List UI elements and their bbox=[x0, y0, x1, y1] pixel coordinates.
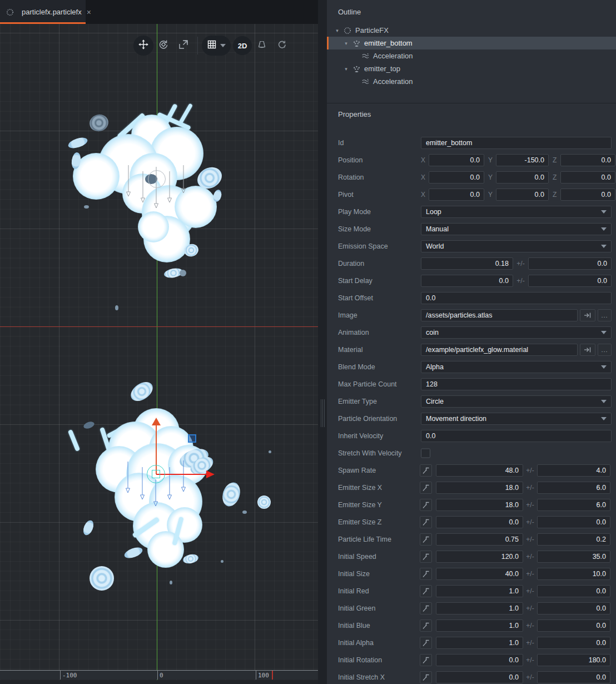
vec3-field-y[interactable]: -150.0 bbox=[496, 154, 549, 166]
vec3-field-z[interactable]: 0.0 bbox=[560, 154, 615, 166]
spread-field[interactable]: 0.0 bbox=[537, 637, 610, 649]
spread-field[interactable]: 0.0 bbox=[537, 585, 610, 597]
spread-field[interactable]: 0.0 bbox=[537, 619, 610, 632]
tab-close-icon[interactable]: × bbox=[87, 8, 91, 17]
text-field[interactable]: 128 bbox=[421, 378, 612, 390]
scale-tool-button[interactable] bbox=[173, 36, 193, 56]
spread-field[interactable]: 0.2 bbox=[537, 533, 610, 546]
value-field[interactable]: 1.0 bbox=[436, 619, 523, 632]
spread-field[interactable]: 0.0 bbox=[528, 257, 612, 270]
refresh-button[interactable] bbox=[272, 36, 292, 56]
spread-field[interactable]: 180.0 bbox=[537, 654, 610, 666]
resource-field[interactable]: /example/particlefx_glow.material bbox=[421, 344, 578, 356]
gizmo-y-arrow-icon[interactable] bbox=[152, 418, 161, 425]
value-field[interactable]: 48.0 bbox=[436, 464, 523, 477]
dropdown-field[interactable]: Alpha bbox=[421, 361, 612, 373]
vec3-field-x[interactable]: 0.0 bbox=[429, 154, 484, 166]
curve-editor-button[interactable] bbox=[420, 551, 432, 563]
spread-field[interactable]: 0.0 bbox=[537, 516, 610, 528]
particlefx-icon bbox=[6, 8, 14, 16]
value-field[interactable]: 0.0 bbox=[436, 671, 523, 683]
spread-field[interactable]: 6.0 bbox=[537, 482, 610, 494]
tab-particlefx[interactable]: particlefx.particlefx × bbox=[0, 0, 86, 24]
spread-field[interactable]: 0.0 bbox=[537, 602, 610, 614]
spread-field[interactable]: 0.0 bbox=[528, 275, 612, 287]
prop-label: Rotation bbox=[338, 174, 364, 181]
outline-node-acceleration[interactable]: ▾Acceleration bbox=[327, 75, 616, 88]
dropdown-field[interactable]: coin bbox=[421, 326, 612, 339]
checkbox[interactable] bbox=[421, 448, 430, 458]
curve-editor-button[interactable] bbox=[420, 464, 432, 477]
curve-editor-button[interactable] bbox=[420, 619, 432, 632]
plus-minus-label: +/- bbox=[523, 570, 537, 578]
value-field[interactable]: 18.0 bbox=[436, 499, 523, 511]
prop-label: Start Offset bbox=[338, 294, 373, 302]
vec3-field-x[interactable]: 0.0 bbox=[429, 189, 484, 201]
value-field[interactable]: 0.0 bbox=[421, 275, 513, 287]
outline-node-acceleration[interactable]: ▾Acceleration bbox=[327, 49, 616, 62]
curve-editor-button[interactable] bbox=[420, 602, 432, 614]
curve-editor-button[interactable] bbox=[420, 654, 432, 666]
curve-editor-button[interactable] bbox=[420, 499, 432, 511]
emitter-bottom-gizmo-square[interactable] bbox=[152, 470, 160, 478]
dropdown-field[interactable]: World bbox=[421, 240, 612, 252]
browse-resource-button[interactable]: ... bbox=[598, 344, 612, 356]
splitter-handle[interactable] bbox=[320, 399, 325, 427]
dropdown-field[interactable]: Manual bbox=[421, 223, 612, 235]
resource-field[interactable]: /assets/particles.atlas bbox=[421, 309, 578, 321]
curve-editor-button[interactable] bbox=[420, 671, 432, 683]
spread-field[interactable]: 35.0 bbox=[537, 551, 610, 563]
value-field[interactable]: 0.0 bbox=[436, 654, 523, 666]
browse-resource-button[interactable]: ... bbox=[598, 309, 612, 321]
dropdown-field[interactable]: Loop bbox=[421, 206, 612, 218]
vec3-field-y[interactable]: 0.0 bbox=[496, 189, 549, 201]
vec3-field-z[interactable]: 0.0 bbox=[560, 171, 615, 184]
value-field[interactable]: 0.0 bbox=[436, 516, 523, 528]
text-field[interactable]: 0.0 bbox=[421, 430, 612, 442]
value-field[interactable]: 1.0 bbox=[436, 602, 523, 614]
expander-icon[interactable]: ▾ bbox=[342, 41, 350, 46]
value-field[interactable]: 1.0 bbox=[436, 585, 523, 597]
expander-icon[interactable]: ▾ bbox=[342, 66, 350, 72]
spread-field[interactable]: 0.0 bbox=[537, 671, 610, 683]
open-resource-button[interactable] bbox=[580, 309, 595, 321]
value-field[interactable]: 40.0 bbox=[436, 568, 523, 580]
move-icon bbox=[138, 39, 149, 52]
spread-field[interactable]: 6.0 bbox=[537, 499, 610, 511]
vec3-field-y[interactable]: 0.0 bbox=[496, 171, 549, 184]
gizmo-x-arrow-icon[interactable] bbox=[206, 470, 215, 478]
dropdown-field[interactable]: Circle bbox=[421, 395, 612, 408]
spread-field[interactable]: 10.0 bbox=[537, 568, 610, 580]
curve-editor-button[interactable] bbox=[420, 482, 432, 494]
value-field[interactable]: 0.75 bbox=[436, 533, 523, 546]
selection-square[interactable] bbox=[188, 434, 196, 443]
curve-editor-button[interactable] bbox=[420, 516, 432, 528]
open-resource-button[interactable] bbox=[580, 344, 595, 356]
rotate-tool-button[interactable] bbox=[153, 36, 173, 56]
move-tool-button[interactable] bbox=[133, 36, 153, 56]
dropdown-value: Movement direction bbox=[426, 415, 486, 423]
spread-field[interactable]: 4.0 bbox=[537, 464, 610, 477]
scene-viewport[interactable]: 2D -1000100 bbox=[0, 24, 318, 684]
value-field[interactable]: 120.0 bbox=[436, 551, 523, 563]
curve-editor-button[interactable] bbox=[420, 533, 432, 546]
outline-node-particlefx[interactable]: ▾ParticleFX bbox=[327, 24, 616, 37]
dropdown-field[interactable]: Movement direction bbox=[421, 413, 612, 425]
value-field[interactable]: 18.0 bbox=[436, 482, 523, 494]
curve-editor-button[interactable] bbox=[420, 585, 432, 597]
mode-2d-button[interactable]: 2D bbox=[233, 36, 252, 55]
value-field[interactable]: 0.18 bbox=[421, 257, 513, 270]
text-field[interactable]: 0.0 bbox=[421, 292, 612, 304]
grid-settings-button[interactable] bbox=[202, 36, 231, 56]
value-field[interactable]: 1.0 bbox=[436, 637, 523, 649]
perspective-button[interactable] bbox=[252, 36, 272, 56]
outline-node-emitter-bottom[interactable]: ▾emitter_bottom bbox=[327, 37, 616, 49]
curve-editor-button[interactable] bbox=[420, 568, 432, 580]
curve-editor-button[interactable] bbox=[420, 637, 432, 649]
prop-control: Alpha bbox=[421, 361, 612, 373]
text-field[interactable]: emitter_bottom bbox=[421, 137, 612, 149]
vec3-field-x[interactable]: 0.0 bbox=[429, 171, 484, 184]
vec3-field-z[interactable]: 0.0 bbox=[560, 189, 615, 201]
outline-node-emitter-top[interactable]: ▾emitter_top bbox=[327, 62, 616, 75]
expander-icon[interactable]: ▾ bbox=[334, 28, 341, 33]
